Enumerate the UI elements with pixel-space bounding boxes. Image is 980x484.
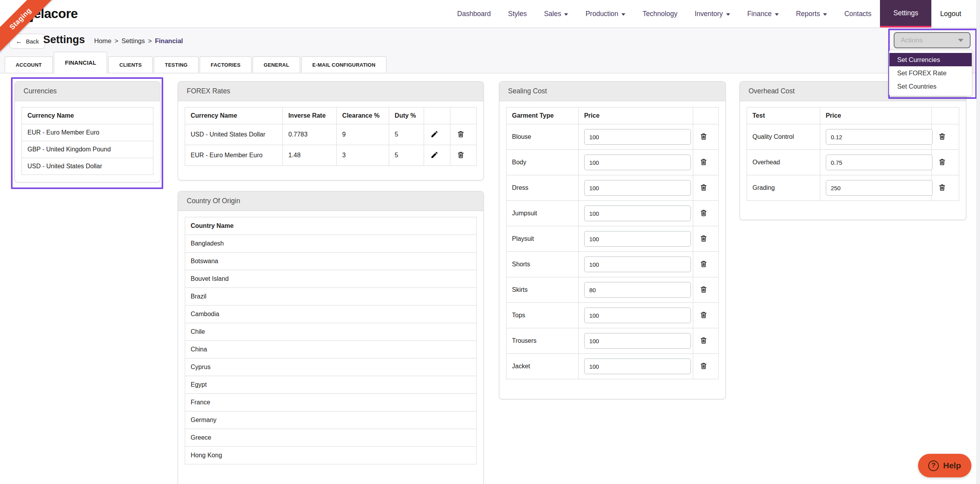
menu-item-set-forex-rate[interactable]: Set FOREX Rate — [889, 66, 972, 80]
delete-sealing-button[interactable] — [699, 335, 709, 346]
sealing-price-input[interactable] — [584, 257, 691, 272]
delete-sealing-button[interactable] — [699, 284, 709, 295]
nav-item-label: Technology — [643, 10, 678, 18]
tab-general[interactable]: GENERAL — [253, 56, 300, 73]
nav-item-styles[interactable]: Styles — [499, 0, 536, 27]
page-subheader: ← Back Settings Home > Settings > Financ… — [0, 28, 980, 73]
sealing-price-cell — [578, 277, 693, 303]
delete-cell — [693, 124, 719, 150]
sealing-price-input[interactable] — [584, 180, 691, 196]
nav-item-contacts[interactable]: Contacts — [836, 0, 880, 27]
tab-account[interactable]: ACCOUNT — [5, 56, 53, 73]
delete-column-header — [693, 107, 719, 124]
nav-item-technology[interactable]: Technology — [634, 0, 686, 27]
tab-testing[interactable]: TESTING — [154, 56, 199, 73]
overhead-price-input[interactable] — [826, 180, 933, 196]
breadcrumb-home[interactable]: Home — [94, 37, 111, 45]
sealing-label-cell: Body — [506, 150, 579, 175]
vertical-scrollbar[interactable] — [976, 0, 980, 484]
forex-inverse-rate-cell: 1.48 — [282, 145, 336, 166]
chevron-down-icon — [958, 39, 964, 42]
sealing-label-cell: Jacket — [506, 354, 579, 379]
nav-item-label: Finance — [747, 10, 772, 18]
delete-cell — [450, 145, 477, 166]
delete-forex-button[interactable] — [456, 129, 466, 139]
actions-menu: Set CurrenciesSet FOREX RateSet Countrie… — [889, 50, 972, 96]
sealing-price-input[interactable] — [584, 358, 691, 374]
tab-factories[interactable]: FACTORIES — [200, 56, 251, 73]
nav-item-logout[interactable]: Logout — [931, 0, 970, 27]
country-row: Germany — [185, 411, 477, 429]
menu-item-set-currencies[interactable]: Set Currencies — [889, 53, 972, 66]
delete-overhead-button[interactable] — [937, 182, 947, 193]
sealing-price-input[interactable] — [584, 333, 691, 349]
chevron-down-icon — [726, 13, 730, 16]
forex-column-header-clearance: Clearance % — [337, 107, 389, 124]
forex-row: EUR - Euro Member Euro1.4835 — [185, 145, 477, 166]
sealing-price-input[interactable] — [584, 129, 691, 145]
delete-sealing-button[interactable] — [699, 259, 709, 269]
sealing-price-input[interactable] — [584, 308, 691, 323]
nav-item-reports[interactable]: Reports — [787, 0, 836, 27]
delete-sealing-button[interactable] — [699, 131, 709, 142]
delete-sealing-button[interactable] — [699, 208, 709, 218]
sealing-price-cell — [578, 226, 693, 252]
breadcrumb-settings[interactable]: Settings — [122, 37, 145, 45]
forex-row: USD - United States Dollar0.778395 — [185, 124, 477, 145]
nav-item-dashboard[interactable]: Dashboard — [448, 0, 499, 27]
help-button[interactable]: ? Help — [918, 454, 971, 477]
overhead-price-input[interactable] — [826, 129, 933, 145]
back-label: Back — [26, 38, 39, 45]
sealing-price-input[interactable] — [584, 155, 691, 170]
nav-item-settings[interactable]: Settings — [880, 0, 931, 27]
overhead-column-header-test: Test — [747, 107, 820, 124]
edit-cell — [424, 124, 450, 145]
sealing-price-cell — [578, 201, 693, 226]
sealing-price-input[interactable] — [584, 231, 691, 247]
menu-item-set-countries[interactable]: Set Countries — [889, 80, 972, 93]
delete-overhead-button[interactable] — [937, 157, 947, 167]
country-row: Botswana — [185, 253, 477, 270]
delete-cell — [931, 150, 959, 175]
sealing-column-header-price: Price — [578, 107, 693, 124]
nav-item-label: Dashboard — [457, 10, 491, 18]
country-name-cell: France — [185, 394, 477, 411]
nav-item-sales[interactable]: Sales — [536, 0, 577, 27]
delete-sealing-button[interactable] — [699, 157, 709, 167]
currency-name-cell: GBP - United Kingdom Pound — [22, 141, 153, 158]
overhead-price-input[interactable] — [826, 155, 933, 170]
delete-cell — [693, 150, 719, 175]
country-name-cell: Greece — [185, 429, 477, 447]
sealing-label-cell: Playsuit — [506, 226, 579, 252]
nav-item-production[interactable]: Production — [577, 0, 634, 27]
forex-clearance-cell: 9 — [337, 124, 389, 145]
sealing-price-input[interactable] — [584, 282, 691, 298]
delete-forex-button[interactable] — [456, 150, 466, 160]
overhead-price-cell — [820, 124, 931, 150]
delete-sealing-button[interactable] — [699, 182, 709, 193]
forex-currency-cell: EUR - Euro Member Euro — [185, 145, 283, 166]
tab-e-mail-configuration[interactable]: E-MAIL CONFIGURATION — [301, 56, 386, 73]
country-name-cell: Cambodia — [185, 306, 477, 323]
tab-clients[interactable]: CLIENTS — [108, 56, 153, 73]
sealing-label-cell: Trousers — [506, 328, 579, 354]
chevron-down-icon — [621, 13, 625, 16]
edit-forex-button[interactable] — [430, 129, 439, 139]
delete-overhead-button[interactable] — [937, 131, 947, 142]
sealing-label-cell: Dress — [506, 175, 579, 201]
sealing-row: Dress — [506, 175, 719, 201]
edit-forex-button[interactable] — [430, 150, 439, 160]
delete-sealing-button[interactable] — [699, 310, 709, 320]
overhead-price-cell — [820, 175, 931, 201]
nav-item-finance[interactable]: Finance — [739, 0, 787, 27]
nav-item-inventory[interactable]: Inventory — [686, 0, 739, 27]
delete-sealing-button[interactable] — [699, 233, 709, 244]
delete-sealing-button[interactable] — [699, 361, 709, 371]
country-row: Cambodia — [185, 306, 477, 323]
nav-item-label: Inventory — [695, 10, 723, 18]
sealing-row: Jumpsuit — [506, 201, 719, 226]
forex-column-header-inverse-rate: Inverse Rate — [282, 107, 336, 124]
tab-financial[interactable]: FINANCIAL — [54, 52, 107, 73]
actions-dropdown-button[interactable]: Actions — [894, 32, 971, 48]
sealing-price-input[interactable] — [584, 206, 691, 221]
